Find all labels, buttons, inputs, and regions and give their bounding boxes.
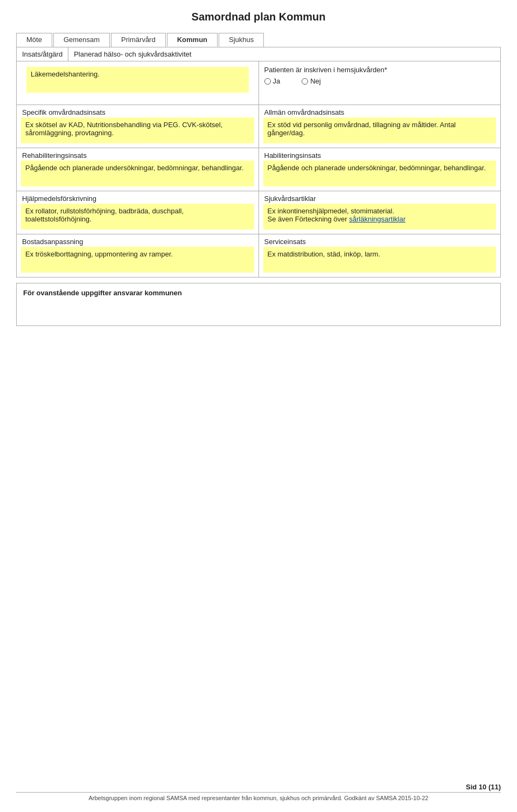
footer-credits: Arbetsgruppen inom regional SAMSA med re… [16,792,501,801]
radio-row: Ja Nej [264,77,495,85]
insats-header-row: Insats/åtgärd Planerad hälso- och sjukvå… [17,47,500,61]
service-label: Serviceinsats [264,238,306,246]
main-content-box: Insats/åtgärd Planerad hälso- och sjukvå… [16,47,501,277]
patient-inskriven-label: Patienten är inskriven i hemsjukvården* [264,66,387,74]
service-box: Ex matdistribution, städ, inköp, larm. [263,247,497,273]
bostads-row: Bostadsanpassning Ex tröskelborttagning,… [17,234,500,277]
hjalpmedel-label: Hjälpmedelsförskrivning [22,195,96,203]
rehab-box: Pågående och planerade undersökningar, b… [21,161,254,186]
tab-primarvard[interactable]: Primärvård [111,33,166,47]
tab-mote[interactable]: Möte [16,33,52,47]
lakemedel-box: Läkemedelshantering. [26,67,249,93]
page-number: Sid 10 (11) [16,783,501,791]
habilitering-box: Pågående och planerade undersökningar, b… [263,161,497,186]
sjukvard-box: Ex inkontinenshjälpmedel, stomimaterial.… [263,204,497,230]
radio-ja-label: Ja [273,77,281,85]
insats-label: Insats/åtgärd [22,50,62,58]
sjukvard-col: Sjukvårdsartiklar Ex inkontinenshjälpmed… [259,191,501,234]
footer-note-label: För ovanstående uppgifter ansvarar kommu… [23,289,182,297]
allman-col: Allmän omvårdnadsinsats Ex stöd vid pers… [259,105,501,148]
patient-inskriven-col: Patienten är inskriven i hemsjukvården* … [259,61,501,105]
nav-tabs: Möte Gemensam Primärvård Kommun Sjukhus [16,33,501,47]
service-content: Ex matdistribution, städ, inköp, larm. [268,250,381,258]
sjukvard-line2: Se även Förteckning över sårläkningsarti… [268,215,492,223]
rehab-row: Rehabiliteringsinsats Pågående och plane… [17,148,500,191]
specifik-label: Specifik omvårdnadsinsats [22,108,106,116]
hjalpmedel-box: Ex rollator, rullstolsförhöjning, badbrä… [21,204,254,230]
habilitering-content: Pågående och planerade undersökningar, b… [268,164,486,172]
sarlakning-link[interactable]: sårläkningsartiklar [349,215,406,223]
radio-nej[interactable]: Nej [302,77,321,85]
allman-label: Allmän omvårdnadsinsats [264,108,345,116]
habilitering-label: Habiliteringsinsats [264,151,322,159]
tab-kommun[interactable]: Kommun [167,33,218,47]
radio-nej-circle [302,78,308,85]
bostads-col: Bostadsanpassning Ex tröskelborttagning,… [17,234,259,277]
omvard-row: Specifik omvårdnadsinsats Ex skötsel av … [17,105,500,148]
bostads-content: Ex tröskelborttagning, uppmontering av r… [25,250,173,258]
planerad-label: Planerad hälso- och sjukvårdsaktivitet [68,47,500,61]
page-title: Samordnad plan Kommun [16,11,501,23]
sjukvard-label: Sjukvårdsartiklar [264,195,316,203]
bostads-label: Bostadsanpassning [22,238,83,246]
rehab-col: Rehabiliteringsinsats Pågående och plane… [17,148,259,191]
habilitering-col: Habiliteringsinsats Pågående och planera… [259,148,501,191]
hjalpmedel-row: Hjälpmedelsförskrivning Ex rollator, rul… [17,191,500,234]
rehab-label: Rehabiliteringsinsats [22,151,87,159]
tab-sjukhus[interactable]: Sjukhus [219,33,264,47]
rehab-content: Pågående och planerade undersökningar, b… [25,164,244,172]
page-footer: Sid 10 (11) Arbetsgruppen inom regional … [0,783,517,801]
sjukvard-line2-text: Se även Förteckning över [268,215,350,223]
hjalpmedel-content: Ex rollator, rullstolsförhöjning, badbrä… [25,207,184,223]
specifik-col: Specifik omvårdnadsinsats Ex skötsel av … [17,105,259,148]
allman-box: Ex stöd vid personlig omvårdnad, tillagn… [263,117,497,143]
specifik-box: Ex skötsel av KAD, Nutritionsbehandling … [21,117,254,143]
lakemedel-text: Läkemedelshantering. [31,70,100,78]
patient-row: Läkemedelshantering. Patienten är inskri… [17,61,500,105]
radio-ja[interactable]: Ja [264,77,281,85]
specifik-content: Ex skötsel av KAD, Nutritionsbehandling … [25,121,222,137]
radio-nej-label: Nej [310,77,321,85]
bostads-box: Ex tröskelborttagning, uppmontering av r… [21,247,254,273]
hjalpmedel-col: Hjälpmedelsförskrivning Ex rollator, rul… [17,191,259,234]
sjukvard-line1: Ex inkontinenshjälpmedel, stomimaterial. [268,207,492,215]
radio-ja-circle [264,78,271,85]
tab-gemensam[interactable]: Gemensam [53,33,110,47]
allman-content: Ex stöd vid personlig omvårdnad, tillagn… [268,121,456,137]
service-col: Serviceinsats Ex matdistribution, städ, … [259,234,501,277]
footer-note-box: För ovanstående uppgifter ansvarar kommu… [16,283,501,326]
lakemedel-col: Läkemedelshantering. [17,61,259,105]
